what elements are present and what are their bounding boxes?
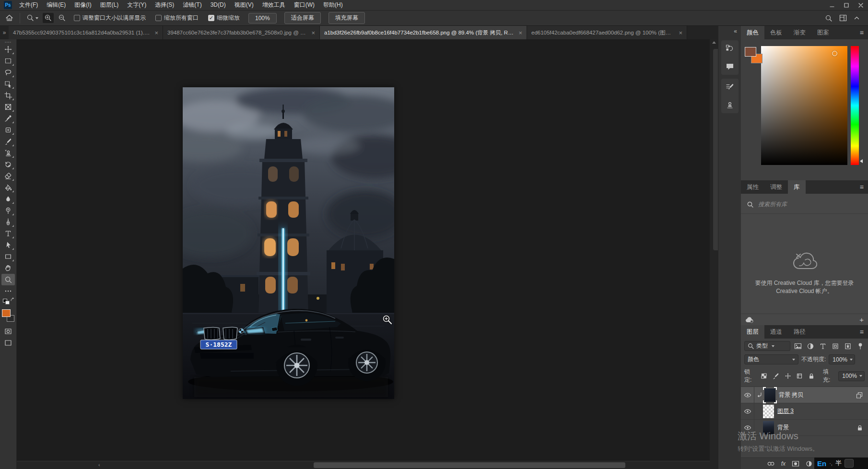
layer-thumbnail[interactable] <box>763 405 774 418</box>
menu-layer[interactable]: 图层(L) <box>96 0 123 10</box>
tool-path-selection[interactable] <box>1 239 15 251</box>
resize-windows-checkbox[interactable]: 调整窗口大小以满屏显示 <box>74 14 146 22</box>
tool-clone-stamp[interactable] <box>1 147 15 159</box>
menu-help[interactable]: 帮助(H) <box>319 0 347 10</box>
filter-adjustment-layers-icon[interactable] <box>806 341 815 351</box>
tool-marquee[interactable] <box>1 55 15 67</box>
panel-menu-icon[interactable]: ≡ <box>856 180 868 194</box>
tab-swatches[interactable]: 色板 <box>764 26 788 39</box>
ime-halfwidth-indicator[interactable]: 半 <box>835 459 842 468</box>
lock-position-icon[interactable] <box>784 372 792 381</box>
toolbar-ellipsis[interactable] <box>1 285 15 297</box>
tool-healing[interactable] <box>1 124 15 136</box>
visibility-toggle[interactable] <box>741 403 754 419</box>
menu-window[interactable]: 窗口(W) <box>290 0 319 10</box>
add-library-icon[interactable]: + <box>859 316 864 324</box>
swap-colors-icon[interactable] <box>10 297 15 302</box>
maximize-button[interactable] <box>839 0 854 11</box>
tool-hand[interactable] <box>1 262 15 274</box>
close-button[interactable] <box>854 0 868 11</box>
layer-thumbnail[interactable] <box>763 421 774 434</box>
color-picker-marker[interactable] <box>832 51 837 56</box>
fill-screen-button[interactable]: 填充屏幕 <box>328 12 365 24</box>
home-button[interactable] <box>4 13 15 23</box>
tab-gradients[interactable]: 渐变 <box>788 26 811 39</box>
tab-patterns[interactable]: 图案 <box>811 26 835 39</box>
document-tab-1[interactable]: 47b5355cc92490375101c3c16a812d4a0ba29531… <box>9 26 163 39</box>
tab-adjustments[interactable]: 调整 <box>764 180 788 194</box>
filter-toggle-switch[interactable] <box>856 341 865 351</box>
close-icon[interactable]: × <box>679 29 682 36</box>
tab-overflow-icon[interactable]: » <box>0 26 9 39</box>
tab-channels[interactable]: 通道 <box>764 325 788 339</box>
minimize-button[interactable] <box>825 0 839 11</box>
adjustment-layer-icon[interactable] <box>806 460 812 467</box>
tool-frame[interactable] <box>1 101 15 113</box>
visibility-toggle[interactable] <box>741 387 754 403</box>
search-icon[interactable] <box>825 14 833 22</box>
menu-filter[interactable]: 滤镜(T) <box>178 0 206 10</box>
menu-type[interactable]: 文字(Y) <box>123 0 151 10</box>
foreground-background-swatches[interactable] <box>2 309 14 322</box>
default-swatches-swap[interactable] <box>3 299 13 306</box>
layer-name[interactable]: 背景 <box>777 423 789 432</box>
hue-slider-marker[interactable] <box>860 159 863 163</box>
tool-dodge[interactable] <box>1 205 15 216</box>
scroll-left-icon[interactable]: ‹ <box>98 462 100 468</box>
document-tab-4[interactable]: ed6105f42caba0edf668427aed00d62.png @ 10… <box>527 26 687 39</box>
library-search-field[interactable]: 搜索所有库 <box>741 194 868 214</box>
filter-smart-objects-icon[interactable] <box>843 341 852 351</box>
tool-zoom-selected[interactable] <box>1 274 15 285</box>
tool-brush[interactable] <box>1 136 15 147</box>
layer-thumbnail[interactable] <box>764 388 775 402</box>
zoom-in-mode-button[interactable] <box>43 13 54 23</box>
fit-screen-button[interactable]: 适合屏幕 <box>284 12 321 24</box>
close-icon[interactable]: × <box>311 29 315 36</box>
lock-pixels-icon[interactable] <box>772 372 780 381</box>
lock-artboard-icon[interactable] <box>796 372 804 381</box>
menu-plugins[interactable]: 增效工具 <box>258 0 290 10</box>
cloud-sync-icon[interactable] <box>745 317 754 323</box>
document-tab-3-active[interactable]: a1bd3f26e26fb9af0b8ce16f4b7734e2b1fbe658… <box>320 26 527 39</box>
menu-image[interactable]: 图像(I) <box>70 0 95 10</box>
canvas-viewport[interactable]: S·1852Z ‹ <box>17 39 718 469</box>
collapse-panels-icon[interactable]: « <box>730 27 741 36</box>
clone-source-panel-button[interactable] <box>724 99 736 111</box>
zoom-out-mode-button[interactable] <box>57 13 68 23</box>
tool-move[interactable] <box>1 44 15 55</box>
close-icon[interactable]: × <box>154 29 158 36</box>
menu-select[interactable]: 选择(S) <box>151 0 178 10</box>
opacity-input[interactable]: 100% <box>829 354 855 364</box>
tool-gradient[interactable] <box>1 182 15 193</box>
link-layers-icon[interactable] <box>767 461 775 467</box>
zoom-all-windows-checkbox[interactable]: 缩放所有窗口 <box>155 14 199 22</box>
menu-view[interactable]: 视图(V) <box>230 0 258 10</box>
tool-rectangle[interactable] <box>1 251 15 262</box>
tool-history-brush[interactable] <box>1 159 15 170</box>
vertical-scroll-thumb[interactable] <box>713 49 718 250</box>
panel-menu-icon[interactable]: ≡ <box>856 325 868 339</box>
layer-row-layer3[interactable]: 图层 3 <box>741 403 868 420</box>
tool-object-selection[interactable] <box>1 78 15 90</box>
history-panel-button[interactable] <box>724 43 736 54</box>
tool-blur[interactable] <box>1 193 15 205</box>
ime-punctuation-indicator[interactable]: ·, <box>829 460 833 466</box>
vertical-scrollbar[interactable] <box>710 39 718 461</box>
foreground-color-swatch[interactable] <box>2 309 11 317</box>
foreground-color-well[interactable] <box>745 47 756 57</box>
tool-lasso[interactable] <box>1 67 15 78</box>
canvas-image[interactable]: S·1852Z <box>183 87 394 399</box>
filter-pixel-layers-icon[interactable] <box>794 341 803 351</box>
tool-pen[interactable] <box>1 216 15 228</box>
tab-paths[interactable]: 路径 <box>788 325 811 339</box>
menu-file[interactable]: 文件(F) <box>15 0 42 10</box>
tool-preset-picker[interactable] <box>25 13 40 23</box>
menu-3d[interactable]: 3D(D) <box>206 0 230 10</box>
add-mask-icon[interactable] <box>792 460 799 467</box>
layer-filter-type-dropdown[interactable]: 类型 <box>744 341 790 351</box>
lock-transparency-icon[interactable] <box>760 372 768 381</box>
chevron-up-icon[interactable] <box>854 15 859 21</box>
layer-style-button[interactable]: fx <box>781 460 786 467</box>
tab-libraries[interactable]: 库 <box>788 180 806 194</box>
tab-properties[interactable]: 属性 <box>741 180 764 194</box>
